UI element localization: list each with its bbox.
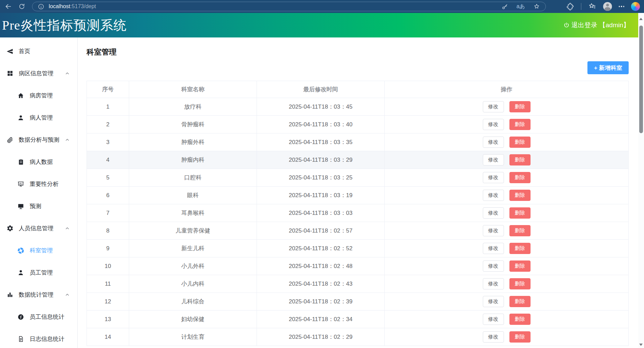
delete-button[interactable]: 删除 [509,260,531,272]
sidebar: 首页 病区信息管理 病房管理 病人管理 [0,37,78,348]
edit-button[interactable]: 修改 [483,119,504,130]
delete-button[interactable]: 删除 [509,154,531,165]
edit-button[interactable]: 修改 [483,314,504,325]
page-title: 科室管理 [87,47,629,57]
back-icon[interactable] [4,2,12,11]
edit-button[interactable]: 修改 [483,172,504,183]
cell-department-name: 妇幼保健 [129,311,257,328]
cell-actions: 修改 删除 [385,240,629,257]
sidebar-item-label: 预测 [30,202,41,210]
sidebar-item-log-statistics[interactable]: 日志信息统计 [0,328,77,348]
url-path: :5173/dept [70,3,96,9]
favorite-star-icon[interactable] [533,3,540,10]
delete-button[interactable]: 删除 [509,278,531,289]
cell-department-name: 口腔科 [129,169,257,187]
toolbar-separator [581,3,581,10]
sidebar-item-label: 病人管理 [30,114,53,122]
extensions-icon[interactable] [566,3,574,11]
cell-index: 8 [87,222,129,240]
sidebar-item-home[interactable]: 首页 [0,40,77,62]
profile-avatar[interactable] [603,2,612,11]
delete-button[interactable]: 删除 [509,172,531,183]
logout-button[interactable]: 退出登录 【admin】 [563,21,630,30]
edit-button[interactable]: 修改 [483,243,504,254]
chevron-up-icon [65,71,70,76]
cell-index: 5 [87,169,129,187]
page-scrollbar[interactable] [638,13,644,348]
employee-icon [17,269,25,276]
sidebar-group-statistics[interactable]: 数据统计管理 [0,284,77,306]
table-header-row: 序号 科室名称 最后修改时间 操作 [87,81,629,98]
cell-modified-time: 2025-04-11T18：02：52 [257,240,385,257]
home-icon [17,92,25,99]
scroll-down-arrow-icon[interactable] [639,344,643,346]
bar-chart-icon [6,291,14,299]
edit-button[interactable]: 修改 [483,137,504,148]
edit-button[interactable]: 修改 [483,101,504,112]
cell-actions: 修改 删除 [385,204,629,222]
delete-button[interactable]: 删除 [509,243,531,254]
sidebar-item-importance-analysis[interactable]: 重要性分析 [0,173,77,195]
table-row: 5 口腔科 2025-04-11T18：03：25 修改 删除 [87,169,629,187]
address-bar[interactable]: localhost:5173/dept aあ [32,2,546,11]
scrollbar-thumb[interactable] [639,26,643,133]
delete-button[interactable]: 删除 [509,225,531,236]
url-host: localhost [49,3,70,9]
table-row: 7 耳鼻喉科 2025-04-11T18：03：03 修改 删除 [87,204,629,222]
cell-index: 4 [87,151,129,169]
refresh-icon[interactable] [18,2,26,11]
delete-button[interactable]: 删除 [509,101,531,112]
edit-button[interactable]: 修改 [483,331,504,343]
sidebar-item-label: 病人数据 [30,158,53,166]
password-key-icon[interactable] [502,3,508,10]
add-department-button[interactable]: + 新增科室 [587,61,629,74]
table-row: 6 眼科 2025-04-11T18：03：19 修改 删除 [87,187,629,204]
delete-button[interactable]: 删除 [509,207,531,219]
edit-button[interactable]: 修改 [483,190,504,201]
cell-department-name: 计划生育 [129,328,257,346]
browser-chrome: localhost:5173/dept aあ [0,0,644,13]
delete-button[interactable]: 删除 [509,137,531,148]
monitor-icon [17,203,25,210]
chevron-up-icon [65,226,70,231]
edit-button[interactable]: 修改 [483,154,504,165]
log-file-icon [17,335,25,343]
site-info-icon[interactable] [38,3,44,10]
sidebar-group-data-analysis[interactable]: 数据分析与预测 [0,129,77,151]
delete-button[interactable]: 删除 [509,331,531,343]
delete-button[interactable]: 删除 [509,190,531,201]
cell-modified-time: 2025-04-11T18：03：40 [257,116,385,133]
edit-button[interactable]: 修改 [483,225,504,236]
delete-button[interactable]: 删除 [509,314,531,325]
sidebar-item-prediction[interactable]: 预测 [0,195,77,217]
scroll-up-arrow-icon[interactable] [639,18,643,20]
cell-index: 3 [87,133,129,151]
sidebar-item-patient-data[interactable]: 病人数据 [0,151,77,173]
delete-button[interactable]: 删除 [509,296,531,307]
cell-index: 6 [87,187,129,204]
delete-button[interactable]: 删除 [509,119,531,130]
browser-menu-icon[interactable] [619,6,625,7]
sidebar-item-staff-statistics[interactable]: 员工信息统计 [0,306,77,328]
sidebar-item-ward-management[interactable]: 病房管理 [0,84,77,107]
table-row: 2 骨肿瘤科 2025-04-11T18：03：40 修改 删除 [87,116,629,133]
translate-icon[interactable]: aあ [517,3,525,10]
edit-button[interactable]: 修改 [483,207,504,219]
edit-button[interactable]: 修改 [483,296,504,307]
edit-button[interactable]: 修改 [483,278,504,289]
edit-button[interactable]: 修改 [483,260,504,272]
sidebar-group-personnel-info[interactable]: 人员信息管理 [0,217,77,239]
sidebar-item-staff-management[interactable]: 员工管理 [0,262,77,284]
favorites-list-icon[interactable] [588,2,596,11]
sidebar-item-department-management[interactable]: 科室管理 [0,239,77,262]
cell-modified-time: 2025-04-11T18：03：03 [257,204,385,222]
cell-modified-time: 2025-04-11T18：03：29 [257,151,385,169]
table-row: 4 肿瘤内科 2025-04-11T18：03：29 修改 删除 [87,151,629,169]
table-row: 11 小儿内科 2025-04-11T18：02：43 修改 删除 [87,275,629,293]
table-row: 8 儿童营养保健 2025-04-11T18：02：57 修改 删除 [87,222,629,240]
cell-department-name: 眼科 [129,187,257,204]
copilot-icon[interactable] [631,2,640,11]
sidebar-group-ward-info[interactable]: 病区信息管理 [0,62,77,84]
sidebar-item-patient-management[interactable]: 病人管理 [0,107,77,129]
power-icon [563,22,570,29]
